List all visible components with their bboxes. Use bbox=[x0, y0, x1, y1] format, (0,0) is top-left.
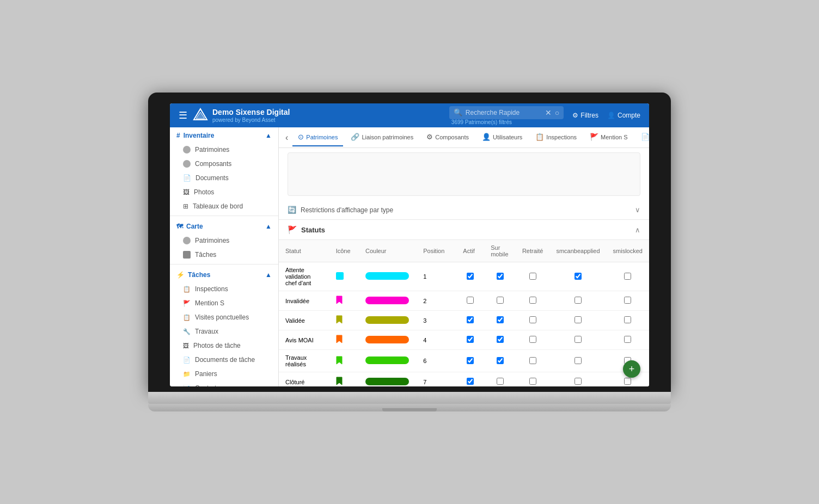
tab-patrimoines[interactable]: ⊙ Patrimoines bbox=[292, 128, 343, 146]
statut-actif-1[interactable] bbox=[456, 291, 484, 311]
statut-smcanbeapplied-1[interactable] bbox=[549, 291, 606, 311]
statut-retraite-0[interactable] bbox=[516, 262, 550, 291]
search-close-icon[interactable]: ✕ bbox=[545, 108, 552, 117]
statut-sur_mobile-1[interactable] bbox=[484, 291, 516, 311]
tab-utilisateurs[interactable]: 👤 Utilisateurs bbox=[476, 128, 528, 146]
statut-actif-0[interactable] bbox=[456, 262, 484, 291]
chart-placeholder bbox=[288, 152, 640, 196]
statut-icone-5 bbox=[329, 372, 359, 387]
filters-button[interactable]: ⚙ Filtres bbox=[572, 112, 598, 119]
filters-icon: ⚙ bbox=[572, 112, 578, 119]
statut-sur_mobile-5[interactable] bbox=[484, 372, 516, 387]
statut-name-3: Avis MOAI bbox=[279, 330, 329, 350]
statut-retraite-3[interactable] bbox=[516, 330, 550, 350]
fab-button[interactable]: + bbox=[623, 360, 640, 378]
sidebar-item-taches-carte[interactable]: Tâches bbox=[170, 248, 278, 262]
sidebar-section-taches[interactable]: ⚡ Tâches ▲ bbox=[170, 267, 278, 282]
statut-smislocked-0[interactable] bbox=[607, 262, 649, 291]
sidebar-item-photos-tache[interactable]: 🖼 Photos de tâche bbox=[170, 339, 278, 353]
statut-couleur-5 bbox=[359, 372, 417, 387]
statut-sur_mobile-2[interactable] bbox=[484, 311, 516, 330]
patrimoines-inv-icon bbox=[183, 146, 191, 153]
statut-smcanbeapplied-4[interactable] bbox=[549, 350, 606, 372]
sidebar-item-paniers[interactable]: 📁 Paniers bbox=[170, 367, 278, 381]
sidebar-section-carte[interactable]: 🗺 Carte ▲ bbox=[170, 218, 278, 233]
sidebar-item-composants[interactable]: Composants bbox=[170, 157, 278, 171]
restrictions-chevron[interactable]: ∨ bbox=[635, 206, 640, 214]
sidebar-item-documents[interactable]: 📄 Documents bbox=[170, 171, 278, 185]
taches-chevron: ▲ bbox=[265, 271, 272, 279]
search-bar[interactable]: 🔍 ✕ ○ bbox=[449, 106, 564, 119]
account-button[interactable]: 👤 Compte bbox=[607, 112, 640, 119]
statut-smcanbeapplied-5[interactable] bbox=[549, 372, 606, 387]
menu-icon[interactable]: ☰ bbox=[179, 109, 187, 121]
statut-retraite-1[interactable] bbox=[516, 291, 550, 311]
sidebar-item-visites[interactable]: 📋 Visites ponctuelles bbox=[170, 310, 278, 324]
table-row: Attente validation chef d'ant1 bbox=[279, 262, 649, 291]
sidebar-section-inventaire[interactable]: # Inventaire ▲ bbox=[170, 127, 278, 143]
statut-sur_mobile-3[interactable] bbox=[484, 330, 516, 350]
sidebar-item-tableaux[interactable]: ⊞ Tableaux de bord bbox=[170, 199, 278, 213]
sidebar-item-patrimoines-carte[interactable]: Patrimoines bbox=[170, 233, 278, 248]
statut-smcanbeapplied-2[interactable] bbox=[549, 311, 606, 330]
settings-dot[interactable]: ○ bbox=[555, 108, 559, 117]
sidebar-item-documents-tache[interactable]: 📄 Documents de tâche bbox=[170, 353, 278, 367]
table-row: Avis MOAI4 bbox=[279, 330, 649, 350]
sidebar-item-travaux[interactable]: 🔧 Travaux bbox=[170, 324, 278, 339]
sidebar-item-photos[interactable]: 🖼 Photos bbox=[170, 185, 278, 199]
sidebar-item-patrimoines-inv[interactable]: Patrimoines bbox=[170, 143, 278, 157]
paniers-icon: 📁 bbox=[183, 371, 191, 378]
statut-smislocked-1[interactable] bbox=[607, 291, 649, 311]
tab-prev-button[interactable]: ‹ bbox=[283, 133, 290, 143]
tab-liaison[interactable]: 🔗 Liaison patrimoines bbox=[345, 128, 419, 146]
laptop-frame: ☰ Demo Sixense Digital powered by Beyond… bbox=[148, 93, 671, 411]
statut-icone-0 bbox=[329, 262, 359, 291]
statut-position-5: 7 bbox=[417, 372, 456, 387]
tab-utilisateurs-icon: 👤 bbox=[482, 133, 491, 141]
tab-inspections-label: Inspections bbox=[546, 134, 577, 140]
statut-actif-5[interactable] bbox=[456, 372, 484, 387]
statut-smcanbeapplied-0[interactable] bbox=[549, 262, 606, 291]
statut-sur_mobile-4[interactable] bbox=[484, 350, 516, 372]
travaux-label: Travaux bbox=[195, 328, 218, 335]
col-header-couleur: Couleur bbox=[359, 240, 417, 262]
taches-label: Tâches bbox=[188, 271, 210, 279]
documents-tache-label: Documents de tâche bbox=[195, 356, 255, 364]
app-header: ☰ Demo Sixense Digital powered by Beyond… bbox=[170, 103, 649, 127]
sidebar-item-mention-s[interactable]: 🚩 Mention S bbox=[170, 296, 278, 310]
statut-couleur-0 bbox=[359, 262, 417, 291]
statut-smislocked-2[interactable] bbox=[607, 311, 649, 330]
statut-name-1: Invalidée bbox=[279, 291, 329, 311]
statut-sur_mobile-0[interactable] bbox=[484, 262, 516, 291]
sidebar-item-contrats[interactable]: 📊 Contrats bbox=[170, 381, 278, 386]
inventaire-icon: # bbox=[176, 132, 180, 139]
tab-composants[interactable]: ⚙ Composants bbox=[421, 128, 474, 146]
statuts-chevron[interactable]: ∧ bbox=[635, 226, 640, 234]
statut-retraite-4[interactable] bbox=[516, 350, 550, 372]
statuts-header[interactable]: 🚩 Statuts ∧ bbox=[279, 220, 649, 240]
restrictions-section[interactable]: 🔄 Restrictions d'affichage par type ∨ bbox=[279, 200, 649, 220]
statut-smislocked-3[interactable] bbox=[607, 330, 649, 350]
statut-actif-3[interactable] bbox=[456, 330, 484, 350]
statut-actif-2[interactable] bbox=[456, 311, 484, 330]
search-input[interactable] bbox=[466, 109, 542, 116]
statut-position-0: 1 bbox=[417, 262, 456, 291]
tab-contrats[interactable]: 📄 Contrats bbox=[635, 128, 649, 146]
tab-inspections[interactable]: 📋 Inspections bbox=[530, 128, 582, 146]
visites-icon: 📋 bbox=[183, 314, 191, 321]
statut-position-2: 3 bbox=[417, 311, 456, 330]
photos-tache-label: Photos de tâche bbox=[193, 342, 241, 349]
sidebar-item-inspections[interactable]: 📋 Inspections bbox=[170, 282, 278, 296]
documents-label: Documents bbox=[195, 174, 229, 182]
col-header-smcanbe: smcanbeapplied bbox=[549, 240, 606, 262]
statut-retraite-5[interactable] bbox=[516, 372, 550, 387]
statuts-flag-icon: 🚩 bbox=[288, 225, 297, 234]
tab-mention-s[interactable]: 🚩 Mention S bbox=[584, 128, 633, 146]
col-header-statut: Statut bbox=[279, 240, 329, 262]
statut-position-4: 6 bbox=[417, 350, 456, 372]
table-row: Travaux réalisés6 bbox=[279, 350, 649, 372]
content-area: ‹ ⊙ Patrimoines 🔗 Liaison patrimoines ⚙ … bbox=[279, 127, 649, 386]
statut-retraite-2[interactable] bbox=[516, 311, 550, 330]
statut-actif-4[interactable] bbox=[456, 350, 484, 372]
statut-smcanbeapplied-3[interactable] bbox=[549, 330, 606, 350]
